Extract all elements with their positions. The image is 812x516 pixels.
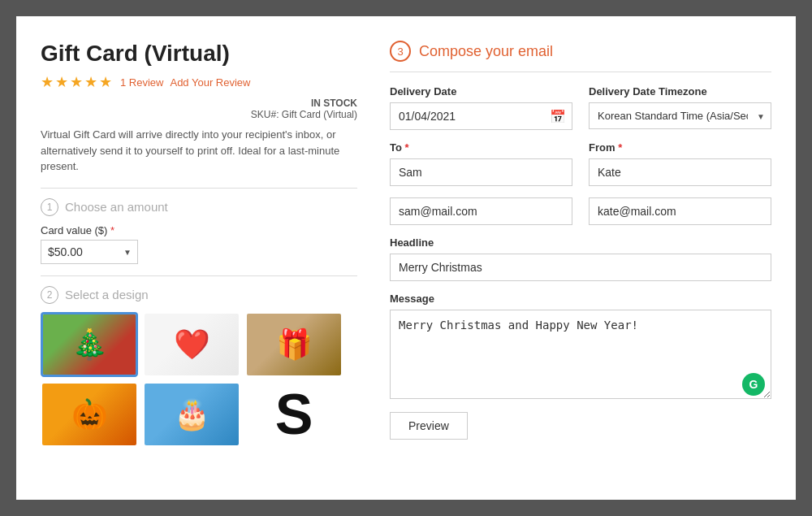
section2-num: 2 [41,286,58,304]
review-count-link[interactable]: 1 Review [120,76,163,89]
card-value-label: Card value ($) * [41,224,357,236]
timezone-select-wrap: Korean Standard Time (Asia/Seoul) ▼ [589,102,771,129]
headline-section: Headline [390,236,771,293]
left-panel: Gift Card (Virtual) ★★★★★ 1 Review Add Y… [41,41,357,475]
delivery-date-input[interactable] [390,102,572,130]
design-card-pumpkin[interactable] [41,382,138,447]
rating-row: ★★★★★ 1 Review Add Your Review [41,73,357,91]
headline-input[interactable] [390,254,771,281]
from-name-input[interactable] [589,158,771,186]
design-card-cake[interactable] [143,382,240,447]
message-textarea[interactable]: Merry Christmas and Happy New Year! [390,310,771,399]
design-image-pumpkin [42,384,136,445]
from-required: * [618,141,622,154]
section1-text: Choose an amount [65,200,168,214]
required-star-1: * [110,224,114,236]
stock-info: IN STOCK SKU#: Gift Card (Virtual) [41,98,357,120]
to-col: To * [390,141,572,186]
message-section: Message Merry Christmas and Happy New Ye… [390,293,771,402]
from-email-input[interactable] [589,197,771,225]
grammarly-button[interactable]: G [742,373,765,396]
to-required: * [405,141,409,154]
design-image-christmas [43,314,136,375]
to-email-col [390,197,572,225]
section2-label: 2 Select a design [41,286,357,304]
compose-title: Compose your email [419,43,553,60]
message-textarea-wrap: Merry Christmas and Happy New Year! G [390,310,771,402]
to-email-input[interactable] [390,197,572,225]
right-divider [390,72,771,72]
to-from-name-row: To * From * [390,141,771,186]
delivery-date-label: Delivery Date [390,85,572,98]
delivery-date-row: Delivery Date 📅 Delivery Date Timezone K… [390,85,771,130]
from-email-col [589,197,771,225]
preview-button[interactable]: Preview [390,412,468,440]
delivery-date-col: Delivery Date 📅 [390,85,572,130]
add-review-link[interactable]: Add Your Review [170,76,250,89]
design-image-s: S [247,384,341,445]
main-container: Gift Card (Virtual) ★★★★★ 1 Review Add Y… [16,16,796,500]
delivery-date-input-wrap: 📅 [390,102,572,130]
message-label: Message [390,293,771,305]
star-rating: ★★★★★ [41,73,114,91]
from-label: From * [589,141,771,154]
compose-num: 3 [390,41,411,62]
headline-label: Headline [390,236,771,249]
compose-header: 3 Compose your email [390,41,771,62]
design-image-cake [145,384,239,445]
to-label: To * [390,141,572,154]
design-card-s[interactable]: S [245,382,343,447]
timezone-select[interactable]: Korean Standard Time (Asia/Seoul) [589,102,771,129]
sku-info: SKU#: Gift Card (Virtual) [41,109,357,120]
email-row [390,197,771,225]
divider-1 [41,188,357,189]
card-value-select-wrap: $50.00 ▼ [41,240,138,264]
product-description: Virtual Gift Card will arrive directly i… [41,127,357,175]
divider-2 [41,275,357,276]
design-image-gift [247,314,341,375]
s-letter: S [275,386,313,443]
section1-label: 1 Choose an amount [41,198,357,216]
design-card-christmas[interactable] [41,312,138,377]
delivery-tz-label: Delivery Date Timezone [589,85,771,98]
design-card-heart[interactable] [143,312,240,377]
delivery-tz-col: Delivery Date Timezone Korean Standard T… [589,85,771,130]
to-name-input[interactable] [390,158,572,186]
sku-value: Gift Card (Virtual) [282,109,357,120]
section2-text: Select a design [65,288,149,301]
design-image-heart [145,314,239,375]
right-panel: 3 Compose your email Delivery Date 📅 Del… [390,41,771,475]
section1-num: 1 [41,198,58,216]
design-card-gift[interactable] [245,312,343,377]
product-title: Gift Card (Virtual) [41,41,357,67]
from-col: From * [589,141,771,186]
card-value-select[interactable]: $50.00 [41,240,138,264]
design-grid: S [41,312,357,447]
sku-label: SKU#: [251,109,279,120]
calendar-icon[interactable]: 📅 [550,109,566,124]
in-stock-label: IN STOCK [41,98,357,109]
